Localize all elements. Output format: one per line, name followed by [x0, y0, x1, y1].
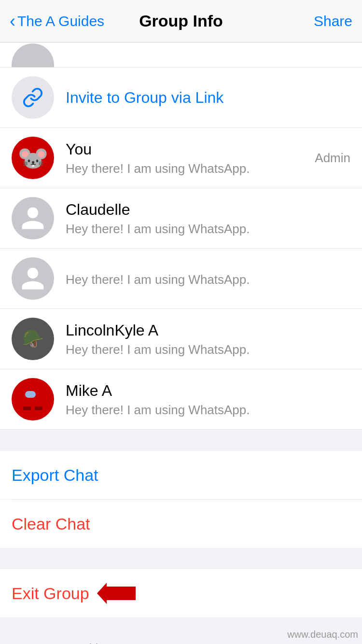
member-lincolnkyle-content: LincolnKyle A Hey there! I am using What… [66, 321, 350, 358]
member-you-content: You Hey there! I am using WhatsApp. [66, 140, 315, 177]
member-unknown-status: Hey there! I am using WhatsApp. [66, 272, 350, 287]
section-divider-3 [0, 617, 362, 627]
back-label: The A Guides [17, 13, 104, 29]
person-icon-2 [19, 265, 46, 292]
section-divider-1 [0, 430, 362, 451]
exit-arrow-icon [97, 583, 136, 604]
member-mike-name: Mike A [66, 381, 350, 401]
invite-link-content: Invite to Group via Link [66, 89, 350, 107]
link-icon [22, 87, 43, 108]
svg-rect-5 [35, 406, 42, 410]
export-chat-label: Export Chat [12, 466, 98, 485]
exit-group-item[interactable]: Exit Group [0, 569, 362, 617]
member-lincolnkyle-status: Hey there! I am using WhatsApp. [66, 342, 350, 357]
member-mike-content: Mike A Hey there! I am using WhatsApp. [66, 381, 350, 418]
member-you-badge: Admin [315, 151, 350, 166]
member-you[interactable]: 🐭 You Hey there! I am using WhatsApp. Ad… [0, 128, 362, 188]
exit-group-row: Exit Group [12, 583, 136, 604]
avatar-mike [12, 378, 54, 420]
link-icon-avatar [12, 76, 54, 119]
member-lincolnkyle[interactable]: 🪖 LincolnKyle A Hey there! I am using Wh… [0, 309, 362, 369]
invite-link-label: Invite to Group via Link [66, 89, 350, 107]
avatar-lincolnkyle: 🪖 [12, 318, 54, 360]
page-title: Group Info [139, 12, 223, 30]
svg-rect-3 [25, 391, 36, 398]
member-lincolnkyle-name: LincolnKyle A [66, 321, 350, 341]
partial-avatar [12, 43, 54, 68]
clear-chat-label: Clear Chat [12, 515, 90, 533]
invite-link-item[interactable]: Invite to Group via Link [0, 68, 362, 128]
member-unknown-content: Hey there! I am using WhatsApp. [66, 270, 350, 287]
svg-rect-4 [23, 406, 31, 410]
avatar-unknown [12, 257, 54, 300]
back-chevron-icon: ‹ [10, 13, 15, 30]
person-icon [19, 205, 46, 232]
share-button[interactable]: Share [314, 13, 352, 29]
partial-list-item [0, 42, 362, 68]
member-claudelle-name: Claudelle [66, 200, 350, 220]
member-claudelle-content: Claudelle Hey there! I am using WhatsApp… [66, 200, 350, 237]
export-chat-item[interactable]: Export Chat [0, 451, 362, 499]
member-claudelle[interactable]: Claudelle Hey there! I am using WhatsApp… [0, 188, 362, 249]
among-us-icon [18, 382, 47, 416]
exit-group-label: Exit Group [12, 584, 89, 603]
avatar-claudelle [12, 197, 54, 239]
member-you-status: Hey there! I am using WhatsApp. [66, 161, 315, 176]
watermark: www.deuaq.com [287, 629, 358, 640]
member-claudelle-status: Hey there! I am using WhatsApp. [66, 222, 350, 237]
avatar-you: 🐭 [12, 137, 54, 179]
back-button[interactable]: ‹ The A Guides [10, 13, 104, 30]
member-you-name: You [66, 140, 315, 160]
section-divider-2 [0, 548, 362, 569]
clear-chat-item[interactable]: Clear Chat [0, 500, 362, 548]
member-unknown[interactable]: Hey there! I am using WhatsApp. [0, 249, 362, 309]
member-mike-status: Hey there! I am using WhatsApp. [66, 403, 350, 418]
member-mike[interactable]: Mike A Hey there! I am using WhatsApp. [0, 369, 362, 430]
navigation-bar: ‹ The A Guides Group Info Share [0, 0, 362, 42]
svg-marker-6 [97, 583, 136, 604]
